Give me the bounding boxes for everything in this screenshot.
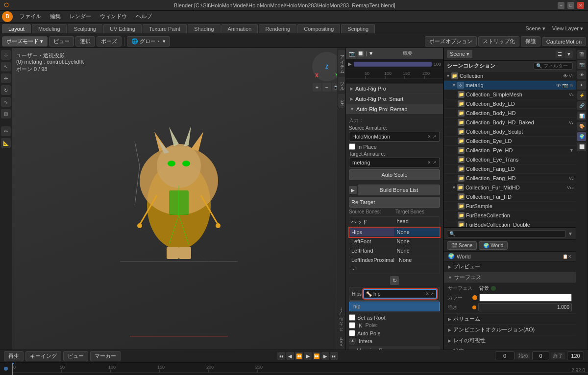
color-swatch[interactable] — [479, 294, 572, 302]
tree-item-eye-hd[interactable]: 📁 Collection_Eye_HD ▼ — [444, 146, 576, 155]
props-search-input[interactable] — [457, 231, 564, 236]
source-armature-field[interactable]: HoloMonMotion ✕ ↗ — [349, 132, 440, 141]
viewlayer-selector[interactable]: View Layer ▾ — [549, 25, 586, 32]
tab-shading[interactable]: Shading — [188, 24, 220, 33]
tool-transform[interactable]: ⊞ — [1, 109, 11, 118]
tree-item-collection[interactable]: ▼ 📁 Collection 👁 V₄ — [444, 71, 576, 81]
tree-item-eye-trans[interactable]: 📁 Collection_Eye_Trans — [444, 155, 576, 164]
menu-render[interactable]: レンダー — [66, 12, 95, 21]
tool-rotate[interactable]: ↻ — [1, 85, 11, 95]
pose-menu[interactable]: ポーズ — [97, 36, 122, 47]
scene-selector[interactable]: Scene ▾ — [522, 25, 548, 32]
world-copy-icon[interactable]: 📋 — [563, 254, 568, 259]
tree-item-body-sculpt[interactable]: 📁 Collection_Body_Sculpt — [444, 127, 576, 137]
scene-dropdown[interactable]: Scene ▾ — [447, 50, 472, 58]
filter-input-field[interactable] — [543, 63, 570, 69]
jump-start-btn[interactable]: ⏮ — [277, 352, 285, 360]
prop-view-icon[interactable]: 👁 — [577, 70, 586, 79]
refresh-btn[interactable]: ↻ — [390, 276, 399, 285]
arp-tab-1[interactable]: アイテム — [338, 50, 345, 73]
capture-motion-btn[interactable]: CaptureMotion — [542, 37, 586, 46]
tool-move[interactable]: ✛ — [1, 73, 11, 83]
next-key-btn[interactable]: ⏩ — [313, 352, 320, 360]
ik-checkbox[interactable] — [349, 322, 355, 328]
target-browse-btn[interactable]: ↗ — [433, 160, 437, 165]
tool-annotate[interactable]: ✏ — [1, 126, 11, 136]
strip-btn[interactable]: ストリップ化 — [478, 36, 519, 47]
tree-item-fang-hd[interactable]: 📁 Collection_Fang_HD V₂ — [444, 174, 576, 183]
current-frame[interactable]: 0 — [495, 352, 514, 360]
blender-logo[interactable]: B — [2, 11, 13, 22]
play-pause-btn[interactable]: ▶ — [304, 352, 312, 360]
arp-tab-2[interactable]: ツール — [338, 77, 345, 91]
world-tab[interactable]: 🌍 World — [479, 241, 508, 250]
prop-renderlayer-icon[interactable]: 📷 — [577, 60, 586, 69]
tab-animation[interactable]: Animation — [221, 24, 258, 33]
tab-uv-editing[interactable]: UV Editing — [103, 24, 142, 33]
filter-icon[interactable]: ▼ — [565, 50, 573, 58]
world-close-icon[interactable]: ✕ — [568, 254, 572, 259]
tree-item-eye-ld[interactable]: 📁 Collection_Eye_LD — [444, 137, 576, 146]
zoom-in-btn[interactable]: + — [313, 83, 321, 92]
hip-suggestion-item[interactable]: hip — [349, 302, 440, 311]
tab-rendering[interactable]: Rendering — [259, 24, 296, 33]
viewport-overlay-btn[interactable]: 🌐 グロー・ ▾ — [127, 36, 170, 47]
prop-particles-icon[interactable]: ✦ — [577, 81, 586, 90]
pose-mode-selector[interactable]: ポーズモード ▾ — [2, 36, 48, 47]
tree-item-fur-hd[interactable]: 📁 Collection_Fur_HD — [444, 192, 576, 202]
arp-header-main[interactable]: ▶ Auto-Rig Pro — [346, 84, 443, 94]
play-btn[interactable]: 再生 — [4, 351, 24, 361]
settings-section-header[interactable]: ▶ 設定 — [444, 346, 576, 350]
retarget-btn[interactable]: Re-Target — [349, 197, 440, 208]
tree-item-fursample[interactable]: 📁 FurSample — [444, 202, 576, 211]
outliner-options-icon[interactable]: ☰ — [556, 50, 564, 58]
props-search-field[interactable]: 🔍 — [447, 230, 566, 237]
tab-layout[interactable]: Layout — [2, 24, 31, 33]
arp-header-remap[interactable]: ▼ Auto-Rig Pro: Remap — [346, 104, 443, 114]
tree-item-furbase[interactable]: 📁 FurBaseCollection — [444, 211, 576, 220]
prop-object-icon[interactable]: ⬜ — [577, 142, 586, 151]
prop-physics-icon[interactable]: ⚡ — [577, 91, 586, 100]
arp-header-smart[interactable]: ▶ Auto-Rig Pro: Smart — [346, 94, 443, 104]
prop-scene-icon[interactable]: 🎬 — [577, 50, 586, 59]
volume-section-header[interactable]: ▶ ボリューム — [444, 314, 576, 325]
ray-vis-section-header[interactable]: ▶ レイの可視性 — [444, 335, 576, 346]
tab-compositing[interactable]: Compositing — [297, 24, 340, 33]
frame-indicator-dot[interactable] — [4, 367, 8, 371]
tool-select[interactable]: ⊹ — [1, 50, 11, 60]
prop-data-icon[interactable]: 📊 — [577, 112, 586, 120]
set-as-root-checkbox[interactable] — [349, 314, 355, 321]
prop-world-icon[interactable]: 🌍 — [577, 132, 586, 141]
minimize-button[interactable]: − — [558, 2, 564, 9]
jump-end-btn[interactable]: ⏭ — [330, 352, 338, 360]
arp-tab-3[interactable]: ビュー — [338, 94, 345, 108]
props-filter-btn[interactable]: ▼ — [568, 231, 573, 236]
tree-item-body-ld[interactable]: 📁 Collection_Body_LD — [444, 99, 576, 109]
strength-value[interactable]: 1.000 — [478, 303, 572, 311]
ao-section-header[interactable]: ▶ アンビエントオクルージョン(AO) — [444, 325, 576, 335]
hips-browse-btn[interactable]: ↗ — [430, 291, 434, 296]
auto-pole-checkbox[interactable] — [349, 330, 355, 336]
in-place-checkbox[interactable] — [349, 143, 355, 150]
tool-measure[interactable]: 📐 — [1, 138, 11, 148]
filter-icon[interactable]: ▼ — [368, 50, 374, 56]
tree-item-body-baked[interactable]: 📁 Collection_Body_HD_Baked V₃ — [444, 118, 576, 127]
tree-item-body-hd[interactable]: 📁 Collection_Body_HD — [444, 109, 576, 118]
tool-scale[interactable]: ⤡ — [1, 97, 11, 107]
menu-file[interactable]: ファイル — [16, 12, 45, 21]
end-frame[interactable]: 120 — [567, 352, 584, 360]
tab-modeling[interactable]: Modeling — [32, 24, 67, 33]
build-bones-btn[interactable]: Build Bones List — [358, 185, 440, 195]
tree-item-furbodydouble[interactable]: 📁 FurBodyCollection_Double — [444, 220, 576, 227]
vis-eye-icon[interactable]: 👁 — [563, 73, 568, 79]
start-frame[interactable]: 0 — [532, 352, 549, 360]
nla-strip[interactable] — [354, 62, 432, 67]
metarig-eye-icon[interactable]: 👁 — [556, 83, 561, 88]
bone-row-1[interactable]: Hips None — [349, 228, 440, 237]
tl-view-btn[interactable]: ビュー — [63, 351, 88, 361]
menu-edit[interactable]: 編集 — [46, 12, 65, 21]
auto-scale-btn[interactable]: Auto Scale — [349, 169, 440, 180]
prop-material-icon[interactable]: 🎨 — [577, 122, 586, 131]
tree-item-metarig[interactable]: ▼ ⊹ metarig 👁 📷 🖱 — [444, 81, 576, 90]
source-clear-btn[interactable]: ✕ — [427, 134, 431, 139]
